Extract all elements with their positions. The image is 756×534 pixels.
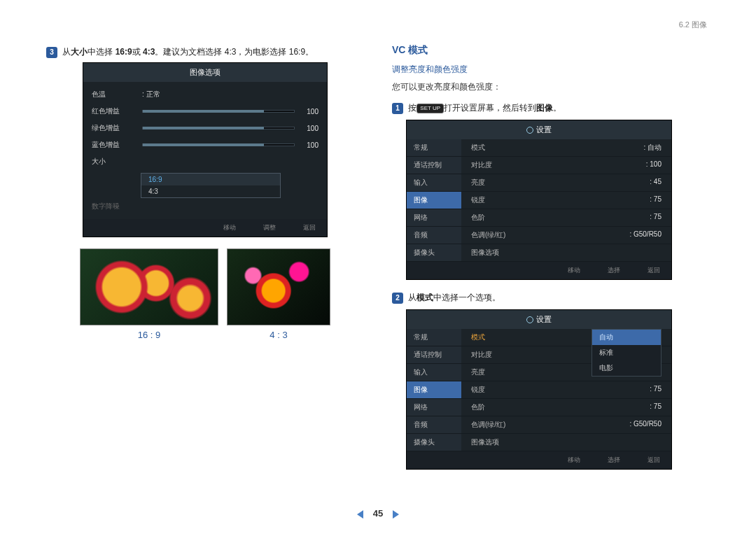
foot-select: 选择 bbox=[596, 456, 620, 465]
nav-item[interactable]: 输入 bbox=[407, 174, 461, 192]
settings-row[interactable]: 亮度: 45 bbox=[461, 174, 671, 192]
settings-row[interactable]: 色阶: 75 bbox=[461, 399, 671, 416]
subsection-title: 调整亮度和颜色强度 bbox=[392, 64, 710, 76]
label: 绿色增益 bbox=[92, 123, 142, 133]
label: 亮度 bbox=[471, 178, 485, 188]
popup-option[interactable]: 电影 bbox=[592, 360, 661, 376]
t: 返回 bbox=[301, 224, 316, 231]
settings-row[interactable]: 锐度: 75 bbox=[461, 192, 671, 209]
nav-item[interactable]: 音频 bbox=[407, 416, 461, 434]
slider[interactable] bbox=[142, 127, 295, 129]
t: 从 bbox=[62, 47, 71, 57]
label: 锐度 bbox=[471, 195, 485, 205]
step-badge-1: 1 bbox=[392, 103, 403, 114]
t: 模式 bbox=[416, 293, 433, 302]
val: : G50/R50 bbox=[629, 420, 662, 430]
t: 返回 bbox=[645, 267, 660, 274]
val: 100 bbox=[299, 125, 318, 132]
size-16-9[interactable]: 16:9 bbox=[141, 174, 280, 185]
slider[interactable] bbox=[142, 143, 295, 146]
t: 大小 bbox=[71, 47, 88, 57]
val: : 75 bbox=[650, 402, 662, 412]
val: : 75 bbox=[650, 385, 662, 395]
nav-item[interactable]: 网络 bbox=[407, 399, 461, 416]
osd-image-options: 图像选项 色温 : 正常 红色增益 100 绿色增益 100 蓝色增益 bbox=[83, 62, 328, 237]
label-4-3: 4 : 3 bbox=[227, 330, 330, 340]
page-nav: 45 bbox=[0, 508, 756, 519]
t: 16:9 bbox=[115, 47, 132, 57]
osd-nav: 常规通话控制输入图像网络音频摄像头 bbox=[407, 329, 461, 451]
nav-item[interactable]: 图像 bbox=[407, 192, 461, 209]
page-section-header: 6.2 图像 bbox=[0, 0, 756, 30]
t: 。 bbox=[553, 103, 561, 113]
step-badge-2: 2 bbox=[392, 293, 403, 304]
osd-values: 模式: 自动对比度: 100亮度: 45锐度: 75色阶: 75色调(绿/红):… bbox=[461, 139, 671, 262]
label-16-9: 16 : 9 bbox=[80, 330, 218, 340]
row-green-gain: 绿色增益 100 bbox=[92, 120, 318, 136]
val: : 75 bbox=[650, 213, 662, 223]
osd-body: 常规通话控制输入图像网络音频摄像头 模式: 自动对比度: 100亮度: 45锐度… bbox=[407, 139, 671, 262]
val: 100 bbox=[299, 108, 318, 115]
label: 亮度 bbox=[471, 367, 485, 377]
nav-item[interactable]: 常规 bbox=[407, 139, 461, 157]
nav-item[interactable]: 通话控制 bbox=[407, 346, 461, 364]
nav-item[interactable]: 通话控制 bbox=[407, 157, 461, 174]
aspect-thumbnails bbox=[46, 248, 364, 325]
prev-page-icon[interactable] bbox=[357, 510, 363, 519]
setup-button-icon: SET UP bbox=[416, 104, 444, 113]
nav-item[interactable]: 常规 bbox=[407, 329, 461, 346]
t: 从 bbox=[408, 293, 416, 302]
osd-settings-1: 设置 常规通话控制输入图像网络音频摄像头 模式: 自动对比度: 100亮度: 4… bbox=[406, 120, 672, 280]
label: 图像选项 bbox=[471, 248, 499, 258]
row-blue-gain: 蓝色增益 100 bbox=[92, 136, 318, 153]
next-page-icon[interactable] bbox=[393, 510, 399, 519]
settings-row[interactable]: 色调(绿/红): G50/R50 bbox=[461, 227, 671, 244]
slider[interactable] bbox=[142, 110, 295, 113]
t: 4:3 bbox=[143, 47, 155, 57]
osd-foot: 移动 选择 返回 bbox=[407, 451, 671, 469]
nav-item[interactable]: 图像 bbox=[407, 381, 461, 399]
label: 图像选项 bbox=[471, 437, 499, 447]
foot-adjust: 调整 bbox=[251, 223, 276, 232]
settings-row[interactable]: 色阶: 75 bbox=[461, 209, 671, 227]
row-red-gain: 红色增益 100 bbox=[92, 103, 318, 120]
t: 设置 bbox=[536, 125, 552, 134]
size-4-3[interactable]: 4:3 bbox=[141, 185, 280, 197]
back-icon bbox=[638, 268, 643, 274]
t: 设置 bbox=[536, 315, 552, 323]
row-color-temp: 色温 : 正常 bbox=[92, 86, 318, 103]
settings-row[interactable]: 图像选项 bbox=[461, 244, 671, 262]
vc-mode-title: VC 模式 bbox=[392, 44, 710, 57]
settings-row[interactable]: 图像选项 bbox=[461, 434, 671, 451]
left-column: 3 从大小中选择 16:9或 4:3。建议为文档选择 4:3，为电影选择 16:… bbox=[46, 44, 364, 470]
settings-row[interactable]: 模式: 自动 bbox=[461, 139, 671, 157]
osd-body: 色温 : 正常 红色增益 100 绿色增益 100 蓝色增益 100 bbox=[83, 82, 327, 219]
popup-option[interactable]: 自动 bbox=[592, 330, 661, 345]
label: 色调(绿/红) bbox=[471, 420, 505, 430]
label: 蓝色增益 bbox=[92, 140, 142, 150]
nav-item[interactable]: 音频 bbox=[407, 227, 461, 244]
label: 锐度 bbox=[471, 385, 485, 395]
foot-back: 返回 bbox=[291, 223, 316, 232]
val: : 100 bbox=[646, 160, 662, 170]
thumb-16-9 bbox=[80, 248, 218, 325]
settings-row[interactable]: 锐度: 75 bbox=[461, 381, 671, 399]
page-number: 45 bbox=[373, 508, 383, 519]
ratio-labels: 16 : 9 4 : 3 bbox=[46, 330, 364, 340]
move-icon bbox=[214, 225, 219, 231]
osd-title: 设置 bbox=[407, 120, 671, 139]
val: : 正常 bbox=[142, 90, 160, 99]
label: 色阶 bbox=[471, 213, 485, 223]
settings-row[interactable]: 对比度: 100 bbox=[461, 157, 671, 174]
nav-item[interactable]: 网络 bbox=[407, 209, 461, 227]
popup-option[interactable]: 标准 bbox=[592, 345, 661, 360]
foot-back: 返回 bbox=[636, 456, 660, 465]
nav-item[interactable]: 摄像头 bbox=[407, 434, 461, 451]
t: 移动 bbox=[221, 224, 236, 231]
t: 调整 bbox=[261, 224, 276, 231]
subsection-desc: 您可以更改亮度和颜色强度： bbox=[392, 81, 710, 93]
nav-item[interactable]: 输入 bbox=[407, 364, 461, 381]
nav-item[interactable]: 摄像头 bbox=[407, 244, 461, 262]
t: 按 bbox=[408, 103, 416, 113]
settings-row[interactable]: 色调(绿/红): G50/R50 bbox=[461, 416, 671, 434]
